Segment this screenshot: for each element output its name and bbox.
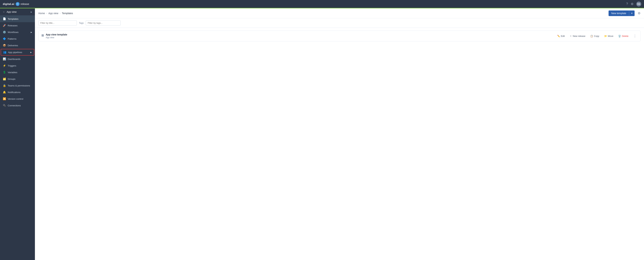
template-info: ▦ App view template App view	[41, 33, 67, 39]
header-settings-icon[interactable]: ⚙	[638, 11, 640, 15]
app-pipelines-chevron: ▶	[30, 51, 32, 53]
template-card-icon: ▦	[41, 34, 44, 37]
topbar-right: ? ⚙ RA	[626, 2, 641, 6]
brand-logo: digital.ai	[3, 2, 14, 6]
main-header: Home › App view › Templates New template…	[35, 8, 644, 18]
templates-icon: 📄	[3, 17, 6, 20]
sidebar-item-teams-permissions[interactable]: 🔒 Teams & permissions	[0, 82, 35, 89]
sidebar-item-app-pipelines-label: App pipelines	[8, 51, 22, 54]
delete-icon: 🗑️	[618, 35, 621, 37]
sidebar-item-templates-label: Templates	[8, 18, 18, 20]
new-release-button[interactable]: ＋ New release	[568, 34, 586, 38]
groups-icon: 🗂️	[3, 77, 6, 80]
sidebar-item-groups-label: Groups	[8, 78, 15, 80]
notifications-icon: 🔔	[3, 90, 6, 94]
sidebar-item-teams-permissions-label: Teams & permissions	[8, 84, 30, 87]
template-list: ▦ App view template App view ✏️ Edit ＋ N…	[35, 28, 644, 260]
move-label: Move	[608, 35, 614, 37]
delete-label: Delete	[622, 35, 628, 37]
connections-icon: 🔌	[3, 104, 6, 107]
releases-icon: 🚀	[3, 24, 6, 27]
triggers-icon: ⚡	[3, 64, 6, 67]
settings-icon[interactable]: ⚙	[631, 2, 634, 6]
workflows-chevron: ▶	[31, 31, 32, 33]
sidebar-item-workflows[interactable]: ⚙️ Workflows ▶	[0, 29, 35, 36]
edit-label: Edit	[561, 35, 565, 37]
sidebar-item-deliveries-label: Deliveries	[8, 44, 18, 47]
dashboards-icon: 📊	[3, 58, 6, 60]
sidebar-item-version-control[interactable]: 🔀 Version control	[0, 96, 35, 102]
sidebar-item-releases[interactable]: 🚀 Releases	[0, 22, 35, 29]
move-icon: 📁	[604, 35, 607, 37]
sidebar-item-templates[interactable]: 📄 Templates	[0, 16, 35, 22]
sidebar-item-triggers[interactable]: ⚡ Triggers	[0, 62, 35, 69]
workflows-icon: ⚙️	[3, 30, 6, 34]
sidebar-item-dashboards[interactable]: 📊 Dashboards	[0, 56, 35, 62]
filter-title-input[interactable]	[38, 20, 77, 26]
teams-permissions-icon: 🔒	[3, 84, 6, 87]
tags-label: Tags	[79, 22, 84, 24]
new-template-label: New template	[608, 10, 629, 16]
sidebar-item-variables-label: Variables	[8, 71, 17, 74]
deliveries-icon: 📦	[3, 44, 6, 47]
sidebar-item-variables[interactable]: 💲 Variables	[0, 69, 35, 76]
sidebar-item-deliveries[interactable]: 📦 Deliveries	[0, 42, 35, 49]
breadcrumb-sep-2: ›	[60, 12, 60, 14]
edit-icon: ✏️	[557, 35, 560, 37]
sidebar-item-patterns-label: Patterns	[8, 38, 16, 40]
sidebar-header-label: App view	[7, 10, 16, 13]
app-pipelines-icon: 👥	[3, 51, 6, 54]
sidebar-item-notifications-label: Notifications	[8, 91, 20, 94]
new-template-arrow[interactable]: ▼	[629, 11, 634, 16]
breadcrumb-home[interactable]: Home	[38, 12, 45, 15]
version-control-icon: 🔀	[3, 97, 6, 100]
sidebar-item-notifications[interactable]: 🔔 Notifications	[0, 89, 35, 96]
template-card: ▦ App view template App view ✏️ Edit ＋ N…	[38, 30, 640, 42]
breadcrumb: Home › App view › Templates	[38, 12, 73, 15]
sidebar-item-triggers-label: Triggers	[8, 64, 16, 67]
product-badge: ⊙ release	[16, 2, 29, 6]
copy-icon: 📋	[590, 35, 593, 37]
layout: ← App view ▶ 📄 Templates 🚀 Releases ⚙️ W…	[0, 8, 644, 260]
template-details: App view template App view	[46, 33, 67, 39]
template-subtitle: App view	[46, 36, 67, 39]
sidebar-item-version-control-label: Version control	[8, 98, 23, 100]
template-actions: ✏️ Edit ＋ New release 📋 Copy 📁 Move	[556, 33, 638, 38]
new-release-label: New release	[573, 35, 585, 37]
help-icon[interactable]: ?	[626, 2, 628, 6]
topbar: digital.ai ⊙ release ? ⚙ RA	[0, 0, 644, 8]
back-arrow-icon[interactable]: ←	[3, 10, 5, 13]
sidebar-item-groups[interactable]: 🗂️ Groups	[0, 76, 35, 82]
sidebar-app-view-header[interactable]: ← App view ▶	[0, 8, 35, 16]
sidebar-item-dashboards-label: Dashboards	[8, 58, 20, 60]
avatar[interactable]: RA	[636, 2, 641, 6]
main-content: Home › App view › Templates New template…	[35, 8, 644, 260]
sidebar-item-releases-label: Releases	[8, 24, 18, 27]
product-name: release	[20, 2, 29, 6]
filter-bar: Tags	[35, 18, 644, 28]
sidebar-item-connections[interactable]: 🔌 Connections	[0, 102, 35, 109]
variables-icon: 💲	[3, 71, 6, 74]
more-options-icon[interactable]: ⋮	[632, 33, 638, 38]
release-icon: ⊙	[16, 2, 20, 6]
copy-label: Copy	[594, 35, 599, 37]
breadcrumb-current: Templates	[62, 12, 73, 15]
sidebar-header-chevron: ▶	[31, 11, 32, 13]
breadcrumb-app-view[interactable]: App view	[48, 12, 58, 15]
delete-button[interactable]: 🗑️ Delete	[617, 34, 630, 38]
sidebar: ← App view ▶ 📄 Templates 🚀 Releases ⚙️ W…	[0, 8, 35, 260]
edit-button[interactable]: ✏️ Edit	[556, 34, 566, 38]
patterns-icon: 🔷	[3, 37, 6, 40]
template-name[interactable]: App view template	[46, 33, 67, 36]
breadcrumb-sep-1: ›	[46, 12, 47, 14]
sidebar-item-connections-label: Connections	[8, 104, 21, 107]
move-button[interactable]: 📁 Move	[603, 34, 614, 38]
sidebar-item-patterns[interactable]: 🔷 Patterns	[0, 36, 35, 42]
new-template-button[interactable]: New template ▼	[608, 10, 634, 16]
filter-tags-input[interactable]	[86, 20, 121, 26]
new-release-icon: ＋	[570, 34, 572, 38]
sidebar-item-app-pipelines[interactable]: 👥 App pipelines ▶	[1, 49, 34, 56]
copy-button[interactable]: 📋 Copy	[589, 34, 600, 38]
topbar-left: digital.ai ⊙ release	[3, 2, 29, 6]
sidebar-item-workflows-label: Workflows	[8, 31, 18, 34]
